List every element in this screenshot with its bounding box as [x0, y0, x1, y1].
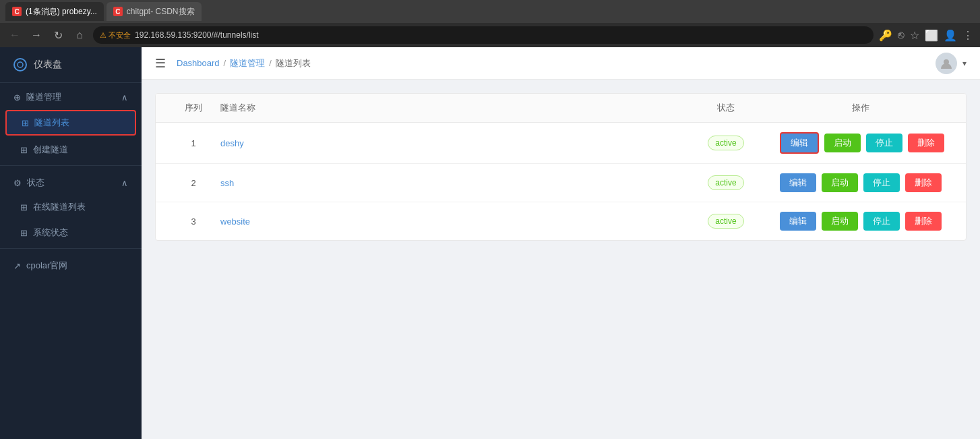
star-icon[interactable]: ☆: [910, 29, 919, 42]
row-1-name[interactable]: deshy: [220, 138, 685, 148]
profile-icon[interactable]: 👤: [944, 29, 957, 42]
forward-button[interactable]: →: [28, 29, 44, 41]
main-content: ☰ Dashboard / 隧道管理 / 隧道列表 ▾: [142, 47, 980, 439]
row-1-delete-button[interactable]: 删除: [908, 134, 944, 152]
user-avatar[interactable]: [936, 53, 957, 74]
breadcrumb: Dashboard / 隧道管理 / 隧道列表: [177, 57, 311, 69]
row-2-status: active: [685, 175, 766, 190]
back-button[interactable]: ←: [7, 29, 23, 41]
row-1-start-button[interactable]: 启动: [824, 134, 861, 152]
dashboard-icon: [13, 58, 27, 71]
menu-icon[interactable]: ⋮: [962, 29, 973, 42]
tab-favicon-2: C: [113, 7, 123, 16]
row-1-name-text: deshy: [220, 138, 244, 148]
header-dropdown-arrow[interactable]: ▾: [962, 59, 967, 68]
row-2-actions: 编辑 启动 停止 删除: [766, 173, 955, 192]
row-3-status: active: [685, 214, 766, 229]
tab-label-2: chitgpt- CSDN搜索: [127, 6, 195, 18]
plus-circle-icon: ⊕: [13, 92, 21, 103]
tunnel-table: 序列 隧道名称 状态 操作 1 deshy active 编辑: [155, 93, 967, 241]
address-bar[interactable]: ⚠ 不安全 192.168.59.135:9200/#/tunnels/list: [93, 26, 874, 44]
url-text: 192.168.59.135:9200/#/tunnels/list: [135, 30, 258, 40]
col-header-name: 隧道名称: [220, 102, 685, 114]
breadcrumb-sep-1: /: [224, 58, 226, 68]
header-right: ▾: [936, 53, 967, 74]
row-2-status-badge: active: [708, 175, 743, 190]
row-1-index: 1: [166, 138, 220, 148]
col-header-status: 状态: [685, 102, 766, 114]
sidebar-dashboard[interactable]: 仪表盘: [0, 47, 142, 83]
row-3-delete-button[interactable]: 删除: [905, 212, 942, 231]
row-2-stop-button[interactable]: 停止: [863, 173, 900, 192]
row-1-edit-button[interactable]: 编辑: [780, 132, 819, 154]
grid-icon: ⊞: [22, 118, 29, 128]
window-icon[interactable]: ⬜: [925, 29, 938, 42]
row-3-stop-button[interactable]: 停止: [863, 212, 900, 231]
grid-icon-4: ⊞: [20, 228, 28, 238]
sidebar-item-create-tunnel[interactable]: ⊞ 创建隧道: [0, 137, 142, 163]
menu-toggle-button[interactable]: ☰: [155, 56, 166, 71]
chevron-up-icon: ∧: [121, 92, 128, 103]
sidebar-divider-1: [0, 165, 142, 166]
tab-favicon-1: C: [12, 7, 22, 16]
share-icon[interactable]: ⎋: [898, 29, 905, 41]
browser-tabs: C (1条消息) probezy... C chitgpt- CSDN搜索: [0, 0, 980, 23]
tunnel-list-label: 隧道列表: [34, 117, 69, 129]
toolbar-actions: 🔑 ⎋ ☆ ⬜ 👤 ⋮: [879, 29, 973, 42]
security-warning: ⚠ 不安全: [100, 30, 131, 40]
svg-point-0: [18, 62, 23, 67]
col-header-index: 序列: [166, 102, 220, 114]
row-3-status-badge: active: [708, 214, 743, 229]
dashboard-label: 仪表盘: [34, 59, 62, 71]
row-2-index: 2: [166, 178, 220, 188]
cog-icon: ⚙: [13, 178, 22, 188]
sidebar-external-link[interactable]: ↗ cpolar官网: [0, 252, 142, 280]
row-3-index: 3: [166, 216, 220, 227]
section-status-label: 状态: [27, 177, 44, 189]
system-status-label: 系统状态: [33, 227, 68, 239]
sidebar-item-system-status[interactable]: ⊞ 系统状态: [0, 220, 142, 245]
external-link-icon: ↗: [13, 261, 21, 271]
sidebar-divider-2: [0, 248, 142, 249]
main-header: ☰ Dashboard / 隧道管理 / 隧道列表 ▾: [142, 47, 980, 80]
chevron-up-icon-2: ∧: [121, 178, 128, 188]
breadcrumb-tunnel-mgmt[interactable]: 隧道管理: [230, 57, 265, 69]
table-row: 3 website active 编辑 启动 停止 删除: [156, 202, 966, 240]
sidebar-item-online-tunnels[interactable]: ⊞ 在线隧道列表: [0, 194, 142, 220]
row-3-name[interactable]: website: [220, 216, 685, 227]
table-header: 序列 隧道名称 状态 操作: [156, 94, 966, 123]
tab-active[interactable]: C (1条消息) probezy...: [5, 2, 104, 21]
section-status[interactable]: ⚙ 状态 ∧: [0, 169, 142, 194]
table-row: 1 deshy active 编辑 启动 停止 删除: [156, 123, 966, 164]
row-3-edit-button[interactable]: 编辑: [780, 212, 816, 231]
create-tunnel-label: 创建隧道: [33, 144, 68, 156]
row-3-name-text: website: [220, 216, 250, 227]
reload-button[interactable]: ↻: [50, 29, 66, 42]
grid-icon-3: ⊞: [20, 202, 28, 212]
row-2-delete-button[interactable]: 删除: [905, 173, 942, 192]
breadcrumb-current: 隧道列表: [276, 57, 311, 69]
row-2-name[interactable]: ssh: [220, 178, 685, 188]
page-body: 序列 隧道名称 状态 操作 1 deshy active 编辑: [142, 80, 980, 439]
external-link-label: cpolar官网: [26, 260, 67, 272]
section-tunnel-label: 隧道管理: [26, 91, 61, 103]
table-row: 2 ssh active 编辑 启动 停止 删除: [156, 164, 966, 202]
tab-2[interactable]: C chitgpt- CSDN搜索: [106, 2, 202, 21]
row-2-start-button[interactable]: 启动: [822, 173, 858, 192]
row-2-edit-button[interactable]: 编辑: [780, 173, 816, 192]
breadcrumb-dashboard[interactable]: Dashboard: [177, 58, 220, 68]
home-button[interactable]: ⌂: [71, 29, 88, 41]
row-1-stop-button[interactable]: 停止: [866, 134, 902, 152]
row-3-start-button[interactable]: 启动: [822, 212, 858, 231]
section-tunnel-management[interactable]: ⊕ 隧道管理 ∧: [0, 83, 142, 109]
grid-icon-2: ⊞: [20, 145, 28, 155]
row-1-actions: 编辑 启动 停止 删除: [766, 132, 955, 154]
app-container: 仪表盘 ⊕ 隧道管理 ∧ ⊞ 隧道列表 ⊞ 创建隧道 ⚙ 状态 ∧: [0, 47, 980, 439]
online-tunnels-label: 在线隧道列表: [33, 201, 86, 213]
tab-label-1: (1条消息) probezy...: [26, 6, 97, 18]
sidebar-item-tunnel-list[interactable]: ⊞ 隧道列表: [5, 110, 136, 136]
key-icon: 🔑: [879, 29, 892, 42]
header-left: ☰ Dashboard / 隧道管理 / 隧道列表: [155, 56, 311, 71]
browser-toolbar: ← → ↻ ⌂ ⚠ 不安全 192.168.59.135:9200/#/tunn…: [0, 23, 980, 47]
row-3-actions: 编辑 启动 停止 删除: [766, 212, 955, 231]
